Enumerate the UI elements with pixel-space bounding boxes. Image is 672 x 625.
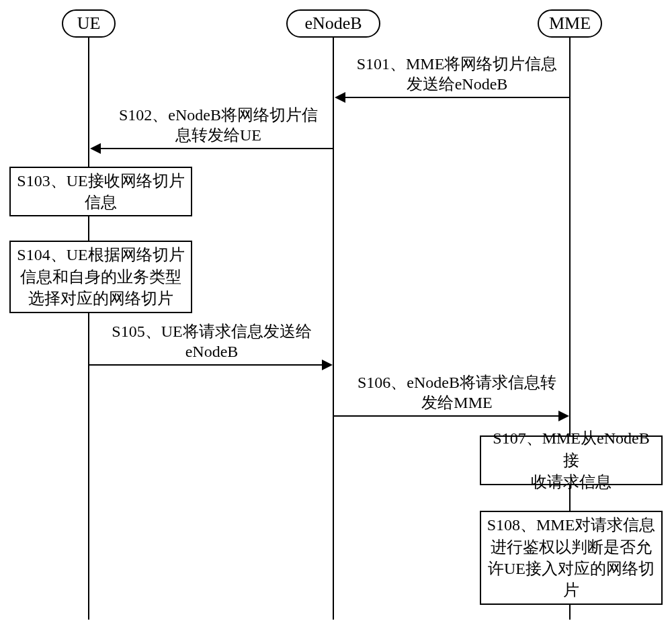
- msg-s102-line: [101, 148, 333, 149]
- msg-s102-arrow: [90, 143, 101, 154]
- actor-enodeb: eNodeB: [286, 9, 380, 38]
- lifeline-enodeb: [333, 38, 334, 620]
- msg-s101-line: [345, 97, 570, 98]
- actor-ue: UE: [62, 9, 116, 38]
- msg-s102-label: S102、eNodeB将网络切片信 息转发给UE: [104, 105, 333, 145]
- sequence-diagram: UE eNodeB MME S101、MME将网络切片信息 发送给eNodeB …: [0, 0, 672, 625]
- step-s107-label: S107、MME从eNodeB接 收请求信息: [485, 427, 657, 493]
- msg-s105-line: [89, 364, 322, 366]
- lifeline-ue: [88, 38, 89, 620]
- step-s108: S108、MME对请求信息 进行鉴权以判断是否允 许UE接入对应的网络切 片: [480, 511, 663, 605]
- step-s107: S107、MME从eNodeB接 收请求信息: [480, 435, 663, 485]
- actor-enodeb-label: eNodeB: [304, 13, 362, 34]
- msg-s105-label: S105、UE将请求信息发送给 eNodeB: [97, 321, 326, 362]
- actor-mme: MME: [538, 9, 602, 38]
- msg-s101-label: S101、MME将网络切片信息 发送给eNodeB: [343, 54, 571, 94]
- msg-s106-label: S106、eNodeB将请求信息转 发给MME: [343, 372, 571, 413]
- step-s103-label: S103、UE接收网络切片 信息: [17, 170, 184, 214]
- step-s108-label: S108、MME对请求信息 进行鉴权以判断是否允 许UE接入对应的网络切 片: [487, 514, 656, 601]
- actor-ue-label: UE: [77, 13, 101, 34]
- msg-s106-line: [334, 415, 558, 417]
- actor-mme-label: MME: [549, 13, 591, 34]
- step-s104-label: S104、UE根据网络切片 信息和自身的业务类型 选择对应的网络切片: [17, 244, 184, 309]
- step-s103: S103、UE接收网络切片 信息: [9, 167, 192, 216]
- step-s104: S104、UE根据网络切片 信息和自身的业务类型 选择对应的网络切片: [9, 241, 192, 313]
